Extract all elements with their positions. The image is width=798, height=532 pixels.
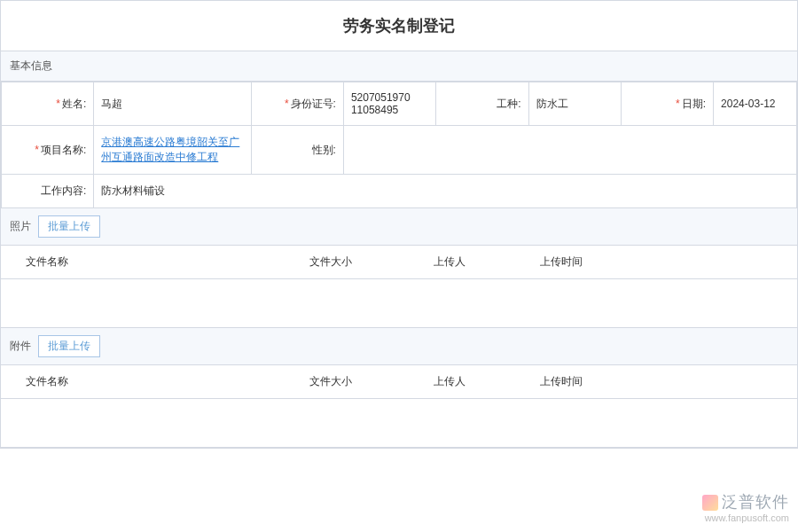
name-label: *姓名: <box>2 82 94 126</box>
content-label: 工作内容: <box>2 175 94 208</box>
id-label: *身份证号: <box>251 82 343 126</box>
attachment-list-body <box>1 399 797 448</box>
section-photo: 照片 批量上传 <box>1 208 797 246</box>
date-label: *日期: <box>621 82 713 126</box>
worktype-value: 防水工 <box>528 82 621 126</box>
col-uploadtime: 上传时间 <box>540 374 790 389</box>
photo-list-header: 文件名称 文件大小 上传人 上传时间 <box>1 246 797 279</box>
worktype-label: 工种: <box>436 82 528 126</box>
gender-label: 性别: <box>251 126 343 175</box>
section-photo-label: 照片 <box>10 219 31 234</box>
section-attachment-label: 附件 <box>10 339 31 354</box>
col-filesize: 文件大小 <box>309 374 434 389</box>
photo-batch-upload-button[interactable]: 批量上传 <box>38 215 100 238</box>
id-value: 5207051970 11058495 <box>343 82 435 126</box>
col-filename: 文件名称 <box>8 374 309 389</box>
project-label: *项目名称: <box>2 126 94 175</box>
project-link[interactable]: 京港澳高速公路粤境韶关至广州互通路面改造中修工程 <box>101 136 239 163</box>
basic-info-table: *姓名: 马超 *身份证号: 5207051970 11058495 工种: 防… <box>1 82 797 208</box>
gender-value <box>343 126 796 175</box>
section-basic-info: 基本信息 <box>1 51 797 82</box>
content-value: 防水材料铺设 <box>94 175 797 208</box>
attachment-batch-upload-button[interactable]: 批量上传 <box>38 335 100 357</box>
page-title: 劳务实名制登记 <box>1 1 797 51</box>
photo-list-body <box>1 279 797 328</box>
project-value-cell: 京港澳高速公路粤境韶关至广州互通路面改造中修工程 <box>94 126 251 175</box>
date-value: 2024-03-12 <box>714 82 797 126</box>
col-filesize: 文件大小 <box>309 254 434 270</box>
section-attachment: 附件 批量上传 <box>1 328 797 365</box>
attachment-list-header: 文件名称 文件大小 上传人 上传时间 <box>1 365 797 399</box>
col-uploader: 上传人 <box>434 374 540 389</box>
form-container: 劳务实名制登记 基本信息 *姓名: 马超 *身份证号: 5207051970 1… <box>0 0 798 449</box>
name-value: 马超 <box>94 82 251 126</box>
col-filename: 文件名称 <box>8 254 309 270</box>
col-uploader: 上传人 <box>434 254 540 270</box>
col-uploadtime: 上传时间 <box>540 254 790 270</box>
